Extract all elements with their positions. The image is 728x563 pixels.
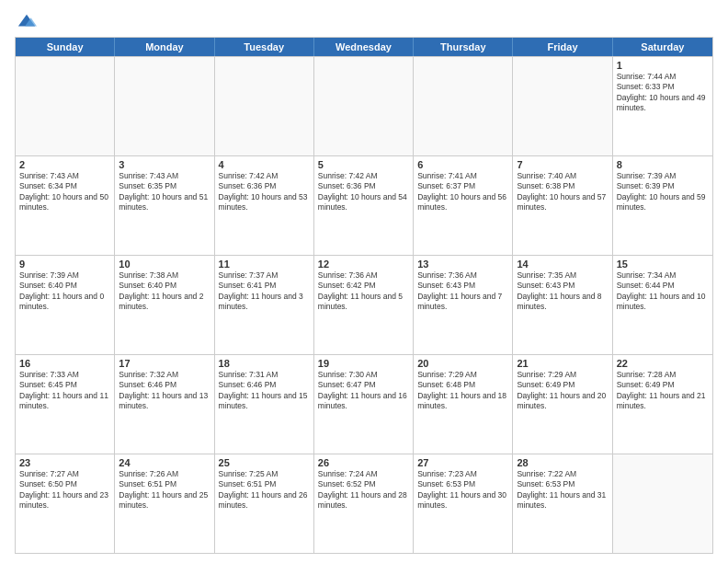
calendar-cell [513,57,612,155]
calendar-cell: 1Sunrise: 7:44 AMSunset: 6:33 PMDaylight… [613,57,712,155]
day-number: 12 [318,259,409,270]
day-number: 2 [19,159,110,170]
calendar-cell: 25Sunrise: 7:25 AMSunset: 6:51 PMDayligh… [215,454,314,553]
day-number: 13 [417,259,508,270]
calendar-cell: 24Sunrise: 7:26 AMSunset: 6:51 PMDayligh… [115,454,214,553]
day-number: 19 [318,358,409,369]
calendar-week-1: 1Sunrise: 7:44 AMSunset: 6:33 PMDaylight… [16,56,712,155]
calendar-cell [215,57,314,155]
calendar-cell: 26Sunrise: 7:24 AMSunset: 6:52 PMDayligh… [314,454,414,553]
calendar-cell: 21Sunrise: 7:29 AMSunset: 6:49 PMDayligh… [513,355,612,454]
day-info: Sunrise: 7:39 AMSunset: 6:39 PMDaylight:… [617,171,709,213]
day-info: Sunrise: 7:41 AMSunset: 6:37 PMDaylight:… [417,171,508,213]
day-number: 22 [617,358,709,369]
day-info: Sunrise: 7:38 AMSunset: 6:40 PMDaylight:… [119,270,210,313]
cal-header-tuesday: Tuesday [215,38,314,56]
day-info: Sunrise: 7:24 AMSunset: 6:52 PMDaylight:… [318,469,409,511]
day-info: Sunrise: 7:25 AMSunset: 6:51 PMDaylight:… [219,469,310,511]
calendar-cell: 3Sunrise: 7:43 AMSunset: 6:35 PMDaylight… [115,156,214,255]
day-info: Sunrise: 7:27 AMSunset: 6:50 PMDaylight:… [19,469,110,511]
calendar-week-2: 2Sunrise: 7:43 AMSunset: 6:34 PMDaylight… [16,155,712,255]
day-info: Sunrise: 7:43 AMSunset: 6:35 PMDaylight:… [119,171,210,213]
calendar-cell: 18Sunrise: 7:31 AMSunset: 6:46 PMDayligh… [215,355,314,454]
calendar-cell: 20Sunrise: 7:29 AMSunset: 6:48 PMDayligh… [414,355,513,454]
calendar-cell [16,57,115,155]
calendar-cell: 13Sunrise: 7:36 AMSunset: 6:43 PMDayligh… [414,256,513,354]
calendar-cell [115,57,214,155]
cal-header-wednesday: Wednesday [314,38,414,56]
day-number: 4 [219,159,310,170]
day-number: 27 [417,457,508,468]
logo [15,11,37,29]
calendar-cell [613,454,712,553]
day-number: 15 [617,259,709,270]
calendar: SundayMondayTuesdayWednesdayThursdayFrid… [15,37,713,554]
page: SundayMondayTuesdayWednesdayThursdayFrid… [0,0,728,563]
cal-header-thursday: Thursday [414,38,513,56]
day-number: 18 [219,358,310,369]
day-number: 5 [318,159,409,170]
day-number: 24 [119,457,210,468]
cal-header-monday: Monday [115,38,214,56]
calendar-week-4: 16Sunrise: 7:33 AMSunset: 6:45 PMDayligh… [16,354,712,454]
calendar-cell: 11Sunrise: 7:37 AMSunset: 6:41 PMDayligh… [215,256,314,354]
day-number: 1 [617,60,709,71]
calendar-cell: 27Sunrise: 7:23 AMSunset: 6:53 PMDayligh… [414,454,513,553]
calendar-cell: 15Sunrise: 7:34 AMSunset: 6:44 PMDayligh… [613,256,712,354]
day-info: Sunrise: 7:29 AMSunset: 6:48 PMDaylight:… [417,370,508,412]
logo-icon [17,11,37,31]
day-info: Sunrise: 7:40 AMSunset: 6:38 PMDaylight:… [517,171,608,213]
day-number: 20 [417,358,508,369]
calendar-cell: 8Sunrise: 7:39 AMSunset: 6:39 PMDaylight… [613,156,712,255]
day-number: 21 [517,358,608,369]
day-info: Sunrise: 7:37 AMSunset: 6:41 PMDaylight:… [219,270,310,313]
day-info: Sunrise: 7:28 AMSunset: 6:49 PMDaylight:… [617,370,709,412]
calendar-cell: 23Sunrise: 7:27 AMSunset: 6:50 PMDayligh… [16,454,115,553]
calendar-cell: 10Sunrise: 7:38 AMSunset: 6:40 PMDayligh… [115,256,214,354]
calendar-cell: 4Sunrise: 7:42 AMSunset: 6:36 PMDaylight… [215,156,314,255]
calendar-cell [314,57,414,155]
day-info: Sunrise: 7:42 AMSunset: 6:36 PMDaylight:… [219,171,310,213]
day-number: 6 [417,159,508,170]
day-number: 9 [19,259,110,270]
day-number: 3 [119,159,210,170]
day-info: Sunrise: 7:29 AMSunset: 6:49 PMDaylight:… [517,370,608,412]
calendar-cell: 9Sunrise: 7:39 AMSunset: 6:40 PMDaylight… [16,256,115,354]
calendar-cell: 7Sunrise: 7:40 AMSunset: 6:38 PMDaylight… [513,156,612,255]
calendar-cell: 12Sunrise: 7:36 AMSunset: 6:42 PMDayligh… [314,256,414,354]
day-info: Sunrise: 7:39 AMSunset: 6:40 PMDaylight:… [19,270,110,313]
day-info: Sunrise: 7:23 AMSunset: 6:53 PMDaylight:… [417,469,508,511]
calendar-body: 1Sunrise: 7:44 AMSunset: 6:33 PMDaylight… [16,56,712,553]
day-info: Sunrise: 7:36 AMSunset: 6:43 PMDaylight:… [417,270,508,313]
calendar-week-5: 23Sunrise: 7:27 AMSunset: 6:50 PMDayligh… [16,454,712,553]
day-info: Sunrise: 7:42 AMSunset: 6:36 PMDaylight:… [318,171,409,213]
day-info: Sunrise: 7:22 AMSunset: 6:53 PMDaylight:… [517,469,608,511]
day-number: 11 [219,259,310,270]
calendar-cell [414,57,513,155]
day-number: 10 [119,259,210,270]
day-info: Sunrise: 7:31 AMSunset: 6:46 PMDaylight:… [219,370,310,412]
day-info: Sunrise: 7:32 AMSunset: 6:46 PMDaylight:… [119,370,210,412]
calendar-cell: 22Sunrise: 7:28 AMSunset: 6:49 PMDayligh… [613,355,712,454]
day-info: Sunrise: 7:35 AMSunset: 6:43 PMDaylight:… [517,270,608,313]
day-number: 26 [318,457,409,468]
day-info: Sunrise: 7:33 AMSunset: 6:45 PMDaylight:… [19,370,110,412]
cal-header-friday: Friday [513,38,612,56]
day-number: 25 [219,457,310,468]
calendar-cell: 14Sunrise: 7:35 AMSunset: 6:43 PMDayligh… [513,256,612,354]
cal-header-sunday: Sunday [16,38,115,56]
day-info: Sunrise: 7:36 AMSunset: 6:42 PMDaylight:… [318,270,409,313]
day-number: 17 [119,358,210,369]
day-number: 16 [19,358,110,369]
day-number: 23 [19,457,110,468]
calendar-cell: 17Sunrise: 7:32 AMSunset: 6:46 PMDayligh… [115,355,214,454]
calendar-cell: 16Sunrise: 7:33 AMSunset: 6:45 PMDayligh… [16,355,115,454]
day-info: Sunrise: 7:34 AMSunset: 6:44 PMDaylight:… [617,270,709,313]
header [15,11,713,29]
calendar-week-3: 9Sunrise: 7:39 AMSunset: 6:40 PMDaylight… [16,255,712,354]
day-number: 8 [617,159,709,170]
day-info: Sunrise: 7:44 AMSunset: 6:33 PMDaylight:… [617,72,709,114]
day-number: 7 [517,159,608,170]
day-info: Sunrise: 7:43 AMSunset: 6:34 PMDaylight:… [19,171,110,213]
calendar-cell: 2Sunrise: 7:43 AMSunset: 6:34 PMDaylight… [16,156,115,255]
